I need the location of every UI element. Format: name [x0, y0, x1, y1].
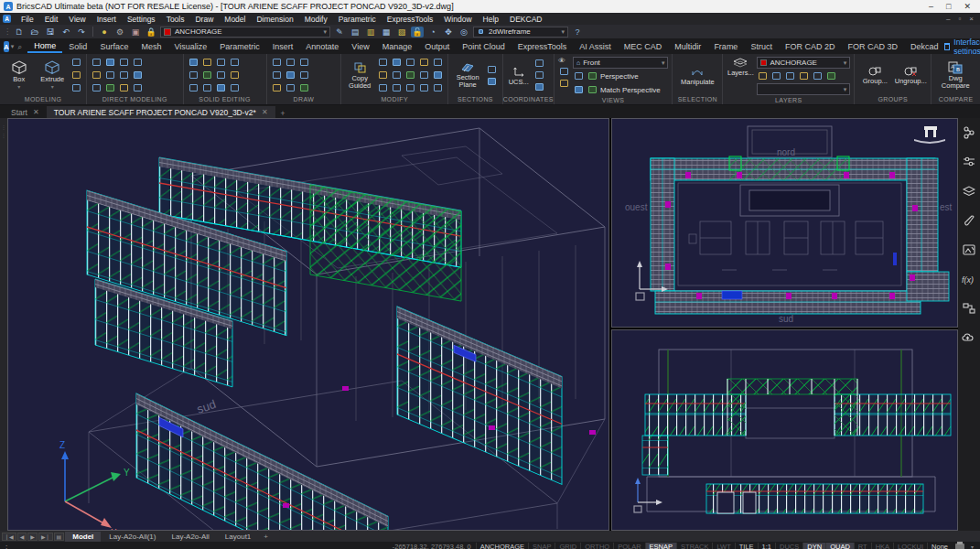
ribbon-small-icon[interactable]: [215, 82, 227, 93]
ribbon-small-icon[interactable]: [201, 57, 213, 68]
tab-visualize[interactable]: Visualize: [167, 41, 213, 52]
ribbon-layer-combo[interactable]: ANCHORAGE ▾: [757, 57, 850, 69]
eye-icon[interactable]: 👁: [558, 57, 570, 65]
ribbon-small-icon[interactable]: [91, 70, 102, 81]
add-layout-button[interactable]: +: [259, 533, 273, 541]
toggle-esnap[interactable]: ESNAP: [645, 543, 676, 549]
match-perspective-toggle[interactable]: Match Perspective: [600, 86, 661, 94]
layers-button[interactable]: Layers...: [727, 57, 754, 78]
ribbon-small-icon[interactable]: [215, 57, 227, 68]
child-minimize-button[interactable]: –: [946, 15, 950, 23]
menu-insert[interactable]: Insert: [92, 15, 122, 24]
help-icon[interactable]: ?: [571, 27, 584, 38]
cloud-panel-icon[interactable]: [962, 330, 976, 344]
status-current-layer[interactable]: ANCHORAGE: [476, 543, 528, 549]
ribbon-small-icon[interactable]: [118, 82, 130, 93]
pan-icon[interactable]: ✥: [442, 27, 455, 38]
tab-annotate[interactable]: Annotate: [299, 41, 345, 52]
layer-freeze-icon[interactable]: ▣: [129, 27, 142, 38]
ribbon-small-icon[interactable]: [587, 84, 598, 95]
menu-edit[interactable]: Edit: [39, 15, 64, 24]
tab-surface[interactable]: Surface: [93, 41, 135, 52]
ribbon-small-icon[interactable]: [533, 70, 545, 81]
ribbon-small-icon[interactable]: [104, 82, 116, 93]
ribbon-small-icon[interactable]: [70, 82, 82, 93]
child-restore-button[interactable]: ▫: [958, 15, 961, 23]
ribbon-small-icon[interactable]: [132, 70, 144, 81]
layer-filter-combo[interactable]: ▾: [757, 83, 850, 95]
toggle-lwt[interactable]: LWT: [712, 543, 734, 549]
layer-previous-icon[interactable]: ▧: [395, 27, 408, 38]
blocks-panel-icon[interactable]: [962, 301, 976, 315]
ribbon-small-icon[interactable]: [432, 82, 444, 93]
ribbon-small-icon[interactable]: [132, 57, 144, 68]
status-menu-chevron[interactable]: ▾: [968, 544, 976, 549]
ribbon-small-icon[interactable]: [798, 70, 810, 81]
layer-on-icon[interactable]: ●: [98, 27, 111, 38]
ribbon-small-icon[interactable]: [285, 70, 296, 81]
tab-mesh[interactable]: Mesh: [135, 41, 167, 52]
next-layout-button[interactable]: ▶: [27, 533, 38, 541]
layer-select-combo[interactable]: ANCHORAGE ▾: [160, 27, 330, 38]
restore-button[interactable]: □: [946, 2, 951, 11]
toggle-ortho[interactable]: ORTHO: [580, 543, 613, 549]
menu-settings[interactable]: Settings: [122, 15, 161, 24]
redo-icon[interactable]: ↷: [75, 27, 88, 38]
close-tab-icon[interactable]: ✕: [262, 108, 268, 116]
tab-view[interactable]: View: [345, 41, 375, 52]
ribbon-small-icon[interactable]: [70, 57, 82, 68]
undo-icon[interactable]: ↶: [59, 27, 72, 38]
perspective-toggle[interactable]: Perspective: [600, 72, 639, 81]
layout-tab-lay-a2o-all[interactable]: Lay-A2o-All: [164, 532, 216, 542]
new-drawing-icon[interactable]: 🗋: [13, 27, 26, 38]
ribbon-small-icon[interactable]: [573, 84, 585, 95]
ribbon-small-icon[interactable]: [432, 70, 444, 81]
annotation-scale[interactable]: 1:1: [758, 543, 775, 549]
toggle-dyn[interactable]: DYN: [802, 543, 825, 549]
layer-settings-icon[interactable]: ⚙: [113, 27, 126, 38]
copy-guided-button[interactable]: Copy Guided: [345, 60, 374, 91]
ribbon-small-icon[interactable]: [229, 70, 241, 81]
ribbon-small-icon[interactable]: [377, 70, 389, 81]
ribbon-small-icon[interactable]: [377, 82, 389, 93]
ribbon-small-icon[interactable]: [784, 70, 796, 81]
toggle-polar[interactable]: POLAR: [613, 543, 644, 549]
ribbon-small-icon[interactable]: [271, 70, 283, 81]
minimize-button[interactable]: –: [929, 2, 933, 11]
close-button[interactable]: ✕: [964, 2, 971, 11]
ribbon-small-icon[interactable]: [201, 70, 213, 81]
ribbon-small-icon[interactable]: [285, 57, 296, 68]
menu-modify[interactable]: Modify: [299, 15, 333, 24]
tab-insert[interactable]: Insert: [266, 41, 300, 52]
viewport-plan[interactable]: nord ouest est sud: [611, 118, 958, 328]
orbit-icon[interactable]: ◔: [426, 27, 439, 38]
attachments-panel-icon[interactable]: [962, 213, 976, 227]
layer-unisolate-icon[interactable]: ▦: [380, 27, 393, 38]
ribbon-small-icon[interactable]: [229, 82, 241, 93]
menu-view[interactable]: View: [63, 15, 91, 24]
ribbon-small-icon[interactable]: [533, 81, 545, 92]
layer-isolate-icon[interactable]: ▥: [364, 27, 377, 38]
search-icon[interactable]: ⌕: [17, 42, 22, 52]
ribbon-small-icon[interactable]: [188, 57, 199, 68]
photo-icon[interactable]: [558, 78, 570, 89]
prev-layout-button[interactable]: ◀: [17, 533, 27, 541]
first-layout-button[interactable]: ❘◀: [2, 533, 16, 541]
ribbon-small-icon[interactable]: [91, 57, 102, 68]
tab-expresstools[interactable]: ExpressTools: [512, 41, 574, 52]
ribbon-small-icon[interactable]: [770, 70, 782, 81]
toggle-hka[interactable]: HKA: [871, 543, 893, 549]
tab-struct[interactable]: Struct: [744, 41, 779, 52]
ribbon-small-icon[interactable]: [104, 57, 116, 68]
ribbon-small-icon[interactable]: [587, 70, 598, 81]
ribbon-small-icon[interactable]: [391, 57, 403, 68]
tab-parametric[interactable]: Parametric: [213, 41, 266, 52]
ribbon-small-icon[interactable]: [533, 58, 545, 69]
ribbon-small-icon[interactable]: [486, 64, 498, 75]
view-direction-combo[interactable]: ⌂ Front ▾: [573, 57, 668, 69]
section-plane-button[interactable]: Section Plane: [452, 60, 483, 90]
menu-tools[interactable]: Tools: [161, 15, 190, 24]
ribbon-small-icon[interactable]: [201, 82, 213, 93]
toggle-strack[interactable]: STRACK: [676, 543, 712, 549]
ribbon-small-icon[interactable]: [188, 70, 199, 81]
